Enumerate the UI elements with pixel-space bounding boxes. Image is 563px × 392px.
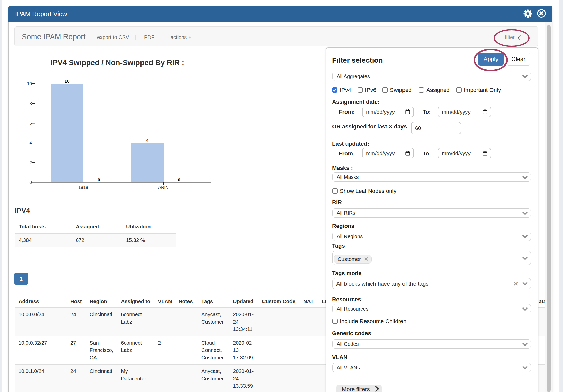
svg-text:1918: 1918 (78, 185, 88, 190)
svg-text:2: 2 (30, 160, 32, 165)
svg-text:4: 4 (30, 141, 32, 145)
svg-text:6: 6 (30, 121, 32, 126)
svg-text:0: 0 (178, 178, 180, 182)
svg-text:8: 8 (30, 101, 32, 106)
svg-text:0: 0 (98, 178, 100, 182)
svg-text:4: 4 (146, 138, 149, 143)
svg-text:10: 10 (65, 79, 70, 84)
svg-text:0: 0 (30, 180, 32, 185)
svg-text:10: 10 (27, 81, 32, 86)
svg-text:ARIN: ARIN (158, 185, 169, 190)
